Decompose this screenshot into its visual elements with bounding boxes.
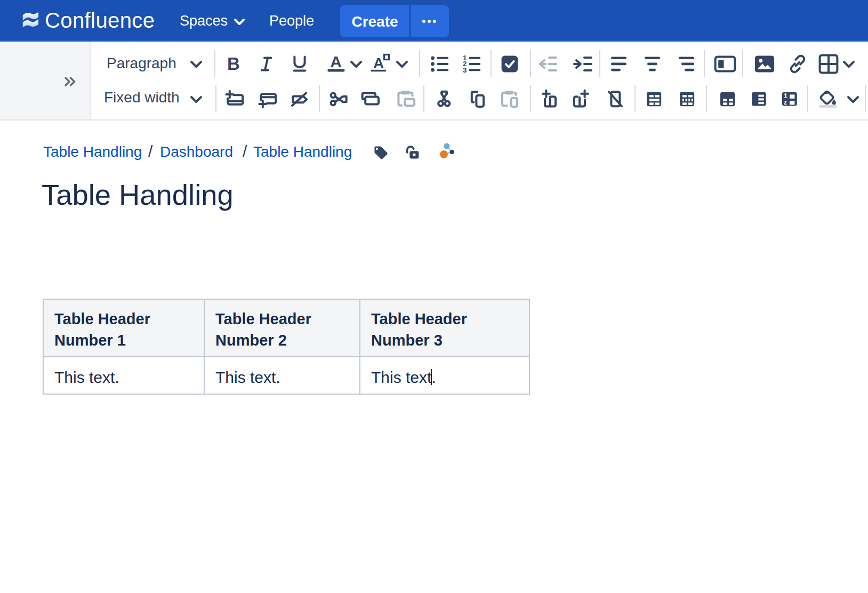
svg-text:3: 3 (463, 66, 467, 74)
svg-text:A: A (329, 53, 341, 70)
svg-text:B: B (227, 54, 239, 74)
svg-text:z: z (784, 98, 787, 106)
svg-text:A: A (373, 55, 384, 71)
